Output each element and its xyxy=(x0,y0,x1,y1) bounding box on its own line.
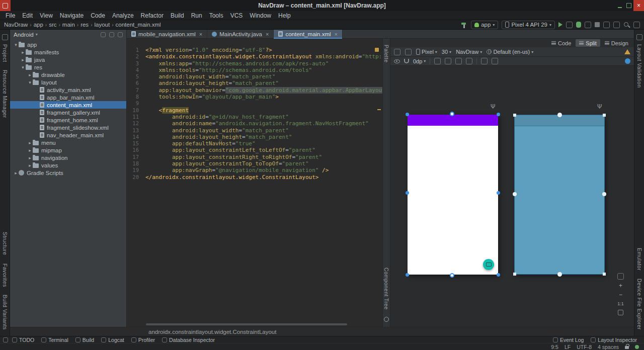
maximize-icon[interactable] xyxy=(624,0,633,11)
default-margin-select[interactable]: 0dp ▾ xyxy=(413,58,426,64)
debug-icon[interactable] xyxy=(576,22,581,28)
status-4-spaces[interactable]: 4 spaces xyxy=(598,344,619,350)
breadcrumb-constraintlayout[interactable]: androidx.constraintlayout.widget.Constra… xyxy=(148,329,276,335)
constraint-anchor-bottom[interactable] xyxy=(450,273,454,278)
breadcrumb-layout[interactable]: layout xyxy=(94,22,110,28)
tool-button-todo[interactable]: TODO xyxy=(12,337,34,343)
tool-window-structure[interactable]: Structure xyxy=(2,232,8,255)
breadcrumb-res[interactable]: res xyxy=(80,22,89,28)
code-line-9[interactable]: 9 xyxy=(127,100,382,107)
tool-window-resource-manager[interactable]: Resource Manager xyxy=(2,70,8,118)
tool-window-emulator[interactable]: Emulator xyxy=(636,248,642,271)
guidelines-icon[interactable] xyxy=(434,58,441,64)
status-utf-8[interactable]: UTF-8 xyxy=(577,344,592,350)
code-line-4[interactable]: 4 xmlns:tools="http://schemas.android.co… xyxy=(127,67,382,73)
settings-icon[interactable] xyxy=(101,32,106,37)
menu-build[interactable]: Build xyxy=(167,11,188,20)
breadcrumb-app[interactable]: app xyxy=(34,22,43,28)
build-hammer-icon[interactable] xyxy=(461,22,467,28)
code-line-14[interactable]: 14 android:layout_height="match_parent" xyxy=(127,134,382,140)
lock-icon[interactable] xyxy=(625,346,629,349)
search-icon[interactable] xyxy=(623,22,630,28)
tree-item-mipmap[interactable]: ▸mipmap xyxy=(10,146,126,154)
device-select[interactable]: Pixel 4 API 29 ▾ xyxy=(502,21,555,29)
menu-window[interactable]: Window xyxy=(246,11,275,20)
code-line-11[interactable]: 11 android:id="@+id/nav_host_fragment" xyxy=(127,114,382,120)
close-icon[interactable]: × xyxy=(633,0,644,11)
chevron-collapsed-icon[interactable]: ▸ xyxy=(27,140,33,145)
tab-mainactivity-java[interactable]: MainActivity.java× xyxy=(207,30,274,38)
tree-item-content-main-xml[interactable]: content_main.xml xyxy=(10,101,126,109)
tree-item-fragment-gallery-xml[interactable]: fragment_gallery.xml xyxy=(10,109,126,116)
layout-validation-icon[interactable] xyxy=(636,34,642,40)
code-line-8[interactable]: 8 tools:showIn="@layout/app_bar_main"> xyxy=(127,94,382,100)
constraint-anchor-left[interactable] xyxy=(513,192,517,196)
selection-handle[interactable] xyxy=(497,273,500,277)
tree-item-manifests[interactable]: ▸manifests xyxy=(10,48,126,56)
code-line-19[interactable]: 19 app:navGraph="@navigation/mobile_navi… xyxy=(127,167,382,173)
tree-item-activity-main-xml[interactable]: activity_main.xml xyxy=(10,86,126,94)
code-line-2[interactable]: 2<androidx.constraintlayout.widget.Const… xyxy=(127,53,382,60)
api-version-select[interactable]: 30 ▾ xyxy=(442,49,451,55)
menu-edit[interactable]: Edit xyxy=(19,11,36,20)
autoconnect-icon[interactable] xyxy=(404,59,409,63)
status-lf[interactable]: LF xyxy=(565,344,571,350)
tool-button-logcat[interactable]: Logcat xyxy=(101,337,124,343)
pack-icon[interactable] xyxy=(455,58,462,64)
tree-item-nav-header-main-xml[interactable]: nav_header_main.xml xyxy=(10,131,126,139)
fab-email-button[interactable] xyxy=(483,259,494,270)
window-close-left-button[interactable] xyxy=(0,0,11,11)
orientation-icon[interactable] xyxy=(405,49,412,55)
chevron-collapsed-icon[interactable]: ▸ xyxy=(20,50,26,55)
tool-window-favorites[interactable]: Favorites xyxy=(2,264,8,287)
breadcrumb-src[interactable]: src xyxy=(49,22,56,28)
tree-item-drawable[interactable]: ▸drawable xyxy=(10,71,126,78)
tree-item-layout[interactable]: ▾layout xyxy=(10,78,126,86)
theme-select[interactable]: NavDraw ▾ xyxy=(456,49,482,55)
stop-icon[interactable] xyxy=(595,22,600,27)
tree-item-res[interactable]: ▾res xyxy=(10,63,126,71)
info-icon[interactable] xyxy=(625,58,630,64)
view-options-icon[interactable] xyxy=(394,49,400,55)
code-line-16[interactable]: 16 app:layout_constraintLeft_toLeftOf="p… xyxy=(127,147,382,153)
tool-button-event-log[interactable]: Event Log xyxy=(553,337,584,343)
tree-item-fragment-slideshow-xml[interactable]: fragment_slideshow.xml xyxy=(10,124,126,131)
tree-item-java[interactable]: ▸java xyxy=(10,56,126,63)
code-line-6[interactable]: 6 android:layout_height="match_parent" xyxy=(127,80,382,86)
horizontal-scrollbar[interactable] xyxy=(146,323,347,325)
tab-mobile-navigation-xml[interactable]: mobile_navigation.xml× xyxy=(127,30,207,38)
menu-vcs[interactable]: VCS xyxy=(227,11,247,20)
error-stripe-mark[interactable] xyxy=(377,109,381,110)
zoom-in-button[interactable]: + xyxy=(619,283,622,289)
palette-tab[interactable]: Palette xyxy=(383,45,389,63)
menu-help[interactable]: Help xyxy=(275,11,294,20)
code-line-10[interactable]: 10 <fragment xyxy=(127,107,382,114)
tree-item-fragment-home-xml[interactable]: fragment_home.xml xyxy=(10,116,126,124)
code-line-3[interactable]: 3 xmlns:app="http://schemas.android.com/… xyxy=(127,60,382,67)
selection-handle[interactable] xyxy=(406,273,409,277)
tool-window-device-file-explorer[interactable]: Device File Explorer xyxy=(636,279,642,330)
menu-run[interactable]: Run xyxy=(188,11,206,20)
constraint-anchor-bottom[interactable] xyxy=(557,272,562,277)
tool-window-project[interactable]: Project xyxy=(2,44,8,62)
selection-handle[interactable] xyxy=(603,114,606,117)
chevron-collapsed-icon[interactable]: ▸ xyxy=(27,148,33,153)
blueprint-preview-phone[interactable] xyxy=(514,115,605,275)
chevron-collapsed-icon[interactable]: ▸ xyxy=(20,57,26,62)
menu-tools[interactable]: Tools xyxy=(206,11,227,20)
selection-handle[interactable] xyxy=(406,113,409,116)
tree-item-navigation[interactable]: ▸navigation xyxy=(10,154,126,161)
code-line-17[interactable]: 17 app:layout_constraintRight_toRightOf=… xyxy=(127,154,382,160)
code-line-12[interactable]: 12 android:name="androidx.navigation.fra… xyxy=(127,120,382,127)
zoom-out-button[interactable]: − xyxy=(619,292,622,298)
chevron-collapsed-icon[interactable]: ▸ xyxy=(27,155,33,160)
menu-code[interactable]: Code xyxy=(87,11,109,20)
tool-window-build-variants[interactable]: Build Variants xyxy=(2,295,8,330)
infer-constraints-icon[interactable] xyxy=(492,58,498,64)
project-view-selector[interactable]: Android ▾ xyxy=(14,32,38,38)
breadcrumb-content-main-xml[interactable]: content_main.xml xyxy=(116,22,161,28)
settings-icon[interactable] xyxy=(633,22,640,28)
inspection-indicator[interactable] xyxy=(375,48,379,52)
chevron-collapsed-icon[interactable]: ▸ xyxy=(27,72,33,77)
menu-analyze[interactable]: Analyze xyxy=(109,11,137,20)
